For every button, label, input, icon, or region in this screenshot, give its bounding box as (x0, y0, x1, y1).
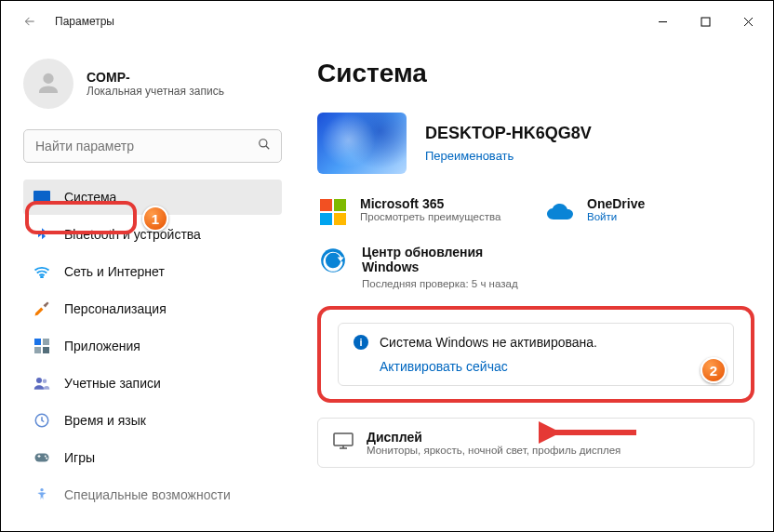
microsoft-logo-icon (317, 196, 349, 228)
svg-point-15 (40, 488, 43, 491)
svg-point-9 (36, 378, 42, 383)
accounts-icon (33, 374, 51, 392)
sidebar-item-label: Персонализация (64, 301, 167, 316)
sidebar-item-label: Bluetooth и устройства (64, 227, 201, 242)
svg-rect-0 (701, 18, 710, 26)
maximize-button[interactable] (684, 7, 727, 36)
onedrive-card[interactable]: OneDrive Войти (544, 196, 754, 228)
bluetooth-icon (33, 225, 51, 244)
windows-update-card[interactable]: Центр обновления Windows Последняя прове… (317, 245, 754, 289)
svg-rect-3 (38, 202, 46, 204)
back-button[interactable] (18, 9, 42, 33)
svg-rect-6 (43, 339, 49, 345)
svg-point-1 (260, 140, 267, 147)
svg-rect-19 (334, 213, 346, 225)
sidebar-item-label: Система (64, 190, 116, 205)
svg-rect-8 (43, 347, 49, 353)
annotation-marker-2: i Система Windows не активирована. Актив… (317, 306, 754, 403)
info-icon: i (354, 335, 368, 350)
sidebar-item-label: Приложения (64, 339, 140, 353)
brush-icon (33, 299, 51, 318)
update-title: Центр обновления Windows (362, 245, 520, 274)
m365-sub: Просмотреть преимущества (360, 211, 500, 222)
svg-rect-2 (33, 191, 50, 202)
microsoft365-card[interactable]: Microsoft 365 Просмотреть преимущества (317, 196, 527, 228)
minimize-button[interactable] (641, 7, 684, 36)
svg-rect-18 (320, 213, 332, 225)
apps-icon (33, 337, 51, 355)
page-title: Система (317, 59, 754, 88)
user-subtitle: Локальная учетная запись (87, 85, 224, 98)
sidebar-item-label: Сеть и Интернет (64, 264, 165, 279)
m365-title: Microsoft 365 (360, 196, 500, 211)
svg-point-10 (43, 379, 47, 384)
svg-point-4 (41, 276, 43, 278)
avatar (23, 59, 73, 109)
sidebar-item-time-language[interactable]: Время и язык (23, 403, 282, 438)
sidebar-item-network[interactable]: Сеть и Интернет (23, 254, 282, 289)
annotation-badge-1: 1 (142, 206, 168, 232)
search-icon (258, 138, 271, 154)
sidebar-item-apps[interactable]: Приложения (23, 328, 282, 364)
sidebar-item-label: Время и язык (64, 413, 146, 428)
search-input[interactable] (23, 129, 282, 163)
wifi-icon (33, 262, 51, 281)
display-icon (333, 432, 354, 453)
accessibility-icon (33, 485, 51, 504)
svg-point-14 (46, 458, 47, 459)
svg-point-13 (45, 456, 47, 458)
annotation-arrow (539, 421, 641, 444)
sidebar-item-personalization[interactable]: Персонализация (23, 291, 282, 326)
annotation-badge-2: 2 (701, 357, 727, 383)
activation-card[interactable]: i Система Windows не активирована. Актив… (338, 323, 734, 386)
desktop-thumbnail (317, 113, 407, 174)
close-button[interactable] (727, 7, 769, 36)
onedrive-title: OneDrive (587, 196, 645, 211)
user-block[interactable]: COMP- Локальная учетная запись (23, 59, 282, 109)
rename-link[interactable]: Переименовать (425, 149, 592, 163)
svg-rect-16 (320, 199, 332, 211)
svg-rect-17 (334, 199, 346, 211)
svg-rect-21 (334, 433, 353, 446)
clock-globe-icon (33, 411, 51, 430)
pc-name: DESKTOP-HK6QG8V (425, 124, 592, 143)
user-name: COMP- (87, 70, 224, 85)
sidebar-item-label: Игры (64, 450, 95, 465)
svg-rect-5 (34, 339, 41, 345)
onedrive-sub: Войти (587, 211, 645, 222)
svg-rect-7 (34, 347, 41, 353)
monitor-icon (33, 188, 51, 206)
activation-text: Система Windows не активирована. (380, 335, 597, 350)
sidebar-item-label: Учетные записи (64, 376, 161, 391)
sidebar-item-gaming[interactable]: Игры (23, 440, 282, 475)
sidebar-item-accounts[interactable]: Учетные записи (23, 366, 282, 401)
sidebar-item-accessibility[interactable]: Специальные возможности (23, 477, 282, 512)
update-icon (317, 245, 349, 276)
sidebar-item-label: Специальные возможности (64, 487, 231, 502)
app-title: Параметры (55, 15, 114, 28)
display-card[interactable]: Дисплей Мониторы, яркость, ночной свет, … (317, 418, 754, 468)
display-sub: Мониторы, яркость, ночной свет, профиль … (367, 445, 621, 456)
gaming-icon (33, 448, 51, 467)
update-sub: Последняя проверка: 5 ч назад (362, 278, 520, 289)
activate-now-link[interactable]: Активировать сейчас (380, 359, 718, 374)
onedrive-icon (544, 196, 576, 228)
